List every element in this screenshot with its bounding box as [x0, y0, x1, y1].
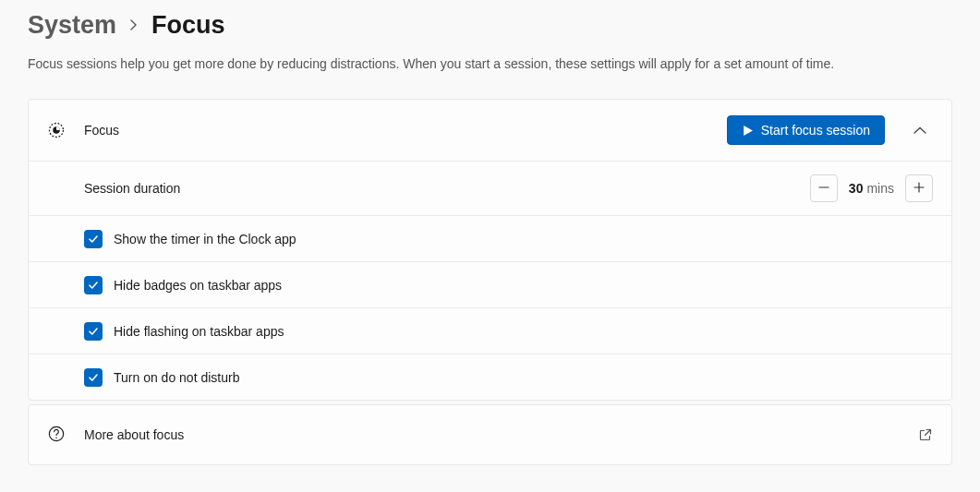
collapse-toggle[interactable]	[907, 117, 933, 143]
decrease-duration-button[interactable]	[810, 174, 838, 202]
plus-icon	[913, 182, 925, 196]
help-icon	[47, 425, 66, 446]
check-icon	[88, 234, 99, 245]
chevron-right-icon	[129, 18, 139, 34]
breadcrumb: System Focus	[28, 11, 952, 40]
session-duration-stepper: 30 mins	[810, 174, 933, 202]
option-show-timer-checkbox[interactable]	[84, 230, 103, 248]
svg-point-6	[55, 437, 57, 438]
external-link-icon	[918, 427, 933, 442]
option-dnd-checkbox[interactable]	[84, 368, 103, 387]
option-hide-badges-label: Hide badges on taskbar apps	[114, 278, 282, 293]
page-subtitle: Focus sessions help you get more done by…	[28, 56, 952, 71]
option-hide-badges-row: Hide badges on taskbar apps	[29, 261, 951, 307]
option-hide-flashing-checkbox[interactable]	[84, 322, 103, 341]
focus-settings-list: Session duration 30 mins	[29, 161, 951, 400]
play-icon	[742, 125, 754, 137]
start-focus-session-label: Start focus session	[761, 123, 870, 138]
option-dnd-row: Turn on do not disturb	[29, 354, 951, 400]
option-hide-flashing-label: Hide flashing on taskbar apps	[114, 324, 284, 339]
check-icon	[88, 372, 99, 383]
increase-duration-button[interactable]	[905, 174, 933, 202]
minus-icon	[818, 182, 829, 196]
focus-card: Focus Start focus session Session durati…	[28, 99, 952, 401]
option-hide-flashing-row: Hide flashing on taskbar apps	[29, 307, 951, 354]
more-about-focus-label: More about focus	[84, 427, 900, 442]
option-dnd-label: Turn on do not disturb	[114, 370, 239, 385]
session-duration-value: 30 mins	[849, 181, 894, 196]
check-icon	[88, 326, 99, 337]
more-about-focus-link[interactable]: More about focus	[28, 404, 952, 465]
start-focus-session-button[interactable]: Start focus session	[727, 115, 885, 145]
option-show-timer-label: Show the timer in the Clock app	[114, 232, 296, 246]
option-hide-badges-checkbox[interactable]	[84, 276, 103, 294]
check-icon	[88, 280, 99, 291]
breadcrumb-current: Focus	[151, 11, 225, 40]
focus-icon	[47, 121, 66, 139]
chevron-up-icon	[913, 124, 926, 138]
session-duration-label: Session duration	[84, 181, 793, 196]
session-duration-row: Session duration 30 mins	[29, 162, 951, 215]
focus-card-title: Focus	[84, 123, 708, 138]
breadcrumb-parent[interactable]: System	[28, 11, 116, 40]
focus-card-header[interactable]: Focus Start focus session	[29, 100, 951, 161]
option-show-timer-row: Show the timer in the Clock app	[29, 215, 951, 261]
